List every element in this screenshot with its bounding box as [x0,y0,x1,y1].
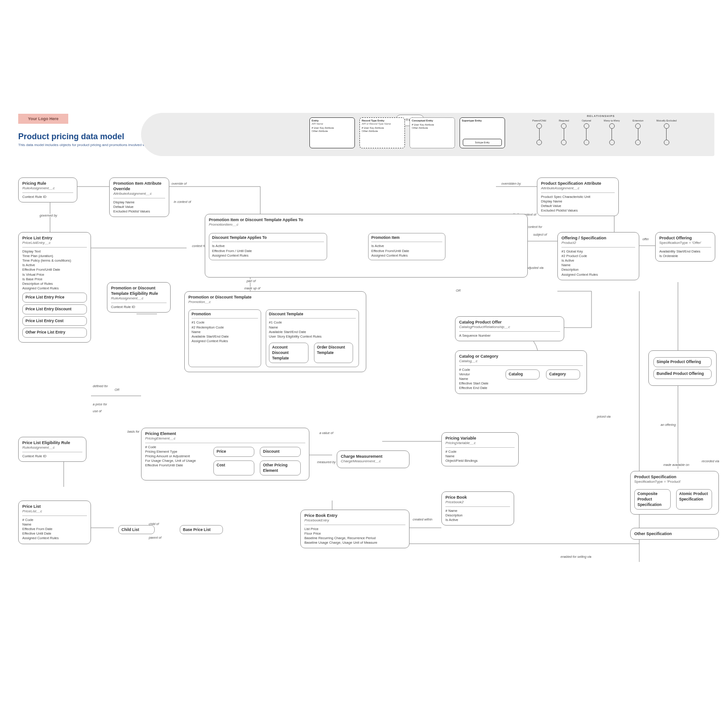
sub-bundled-product-offering: Bundled Product Offering [653,369,712,379]
sub-ple-price: Price List Entry Price [22,293,87,303]
rl-defined-for: defined for [92,384,109,388]
entity-other-specification: Other Specification [630,528,719,540]
sub-catalog: Catalog [506,369,540,379]
sub-discount-applies-to: Discount Template Applies To Is ActiveEf… [209,233,327,260]
rl-basis-for: basis for [126,430,140,433]
rl-override-of: override of [171,182,187,185]
rl-a-value-of: a value of [318,431,334,435]
sub-category: Category [546,369,580,379]
legend-rel-heading: RELATIONSHIPS [587,115,615,117]
sub-child-list: Child List [118,525,155,534]
sub-ple-other: Other Price List Entry [22,328,87,338]
entity-price-book-entry: Price Book Entry PricebookEntry List Pri… [300,510,410,548]
product-offering-subs: Simple Product Offering Bundled Product … [648,350,717,386]
sub-ple-discount: Price List Entry Discount [22,304,87,314]
rl-use-of: use of [92,410,102,413]
rl-priced-via: priced via [596,415,612,418]
rl-subject-of: subject of [532,233,548,236]
rl-adjusted-via: adjusted via [526,266,544,269]
sub-discount: Discount [260,447,301,457]
rl-part-of: part of [246,279,257,283]
entity-price-list: Price List PriceList__c # CodeNameEffect… [18,500,91,544]
sub-ple-cost: Price List Entry Cost [22,316,87,326]
rl-overridden-by: overridden by [500,182,521,185]
sub-account-discount-template: Account Discount Template [269,343,308,363]
rl-a-price-for: a price for [92,403,108,406]
entity-catalog-or-category: Catalog or Category Catalog__c # CodeVen… [455,350,587,394]
entity-pricing-rule: Pricing Rule RuleAssignment__c Context R… [18,177,77,202]
sub-atomic-product-spec: Atomic Product Specification [676,489,713,510]
legend-entity: Entity API Name # User Key AttributeOthe… [309,117,355,148]
legend-relationships: Parent/Child Required Optional Many-to-M… [532,119,677,145]
rl-measured-by: measured by [316,460,336,464]
rl-made-available-on: made available on [662,463,690,466]
rl-an-offering: an offering [660,423,677,426]
legend-recordtype-entity: Record Type Entity API or Record Type Na… [359,117,405,148]
entity-promo-or-discount: Promotion or Discount Template Promotion… [184,291,366,372]
rl-or-2: OR [455,289,462,292]
entity-promo-item-container: Promotion Item or Discount Template Appl… [205,214,528,278]
entity-product-offering: Product Offering SpecificationType = 'Of… [655,232,715,262]
sub-simple-product-offering: Simple Product Offering [653,357,712,367]
legend-supertype-entity: Supertype Entity Subtype Entity [460,117,505,148]
sub-other-pricing-element: Other Pricing Element [260,460,301,476]
sub-promotion-item: Promotion Item Is ActiveEffective From/U… [368,233,445,260]
rl-recorded-via: recorded via [701,460,720,463]
sub-discount-template: Discount Template #1 CodeNameAvailable S… [266,309,359,367]
legend-conceptual-entity: Conceptual Entity # User Key AttributeOt… [410,117,455,148]
page-title: Product pricing data model [18,132,124,142]
entity-offering: Offering / Specification Product2 #1 Glo… [557,232,639,280]
entity-template-elig-rule: Promotion or Discount Template Eligibili… [107,282,171,313]
entity-charge-measurement: Charge Measurement ChargeMeasurement__c [337,450,410,468]
sub-promotion: Promotion #1 Code#2 Redemption CodeNameA… [188,309,261,367]
sub-cost: Cost [213,460,254,476]
rl-parent-of: parent of [148,536,162,539]
sub-composite-product-spec: Composite Product Specification [634,489,671,510]
entity-promo-attr-override: Promotion Item Attribute Override Attrib… [109,177,169,217]
sub-base-price-list: Base Price List [180,525,223,534]
sub-price: Price [213,447,254,457]
entity-ple-elig-rule: Price List Eligibility Rule RuleAssignme… [18,437,86,462]
rl-enabled-selling: enabled for selling via [560,555,592,558]
rl-offer: offer [642,238,650,241]
rl-governed-by: governed by [39,214,58,217]
rl-made-up-of: made up of [243,287,261,290]
entity-product-spec-attr: Product Specification Attribute Attribut… [537,177,619,216]
entity-catalog-product-offer: Catalog Product Offer CatalogProductRela… [455,316,564,341]
entity-pricing-variable: Pricing Variable PricingVariable__c # Co… [441,432,519,466]
entity-pricing-element: Pricing Element PricingElement__c # Code… [141,428,309,480]
rl-or-1: OR [114,388,121,391]
rl-in-context-of: in context of [173,200,192,203]
rl-created-within: created within [412,518,433,521]
legend-entities: Entity API Name # User Key AttributeOthe… [309,117,505,152]
logo-badge: Your Logo Here [18,114,68,124]
sub-order-discount-template: Order Discount Template [314,343,354,363]
entity-product-specification: Product Specification SpecificationType … [630,471,719,515]
entity-price-book: Price Book Pricebook2 # NameDescriptionI… [441,491,514,526]
entity-price-list-entry: Price List Entry PriceListEntry__c Displ… [18,232,91,343]
